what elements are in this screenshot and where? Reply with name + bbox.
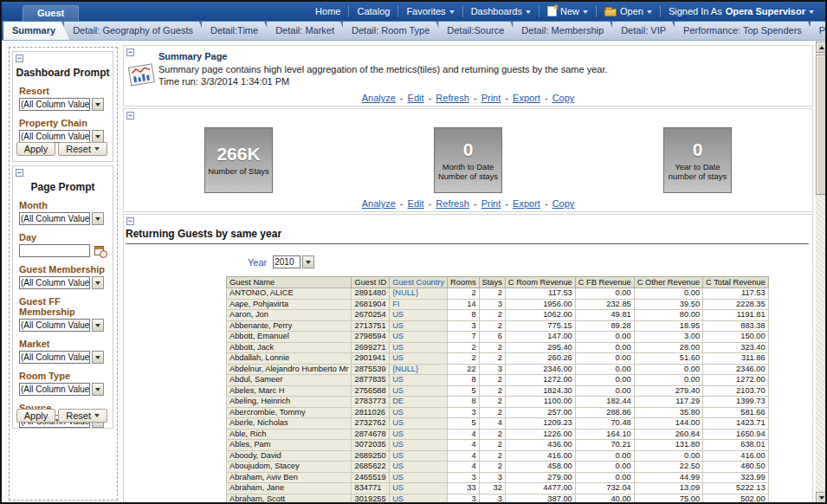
reset-button[interactable]: Reset [58,409,107,423]
chevron-down-icon[interactable] [92,319,104,332]
scroll-down-icon[interactable] [816,492,827,503]
guest-country-cell[interactable]: DE [390,397,448,408]
scrollbar-thumb[interactable] [816,55,827,195]
guest-country-cell[interactable]: US [390,342,448,353]
topnav-item-new[interactable]: New [539,5,596,17]
apply-button[interactable]: Apply [16,409,56,423]
guest-country-cell[interactable]: US [390,375,448,386]
market-select[interactable]: (All Column Value [19,351,90,364]
guest-country-cell[interactable]: US [390,450,448,462]
tab-detail-market[interactable]: Detail: Market [267,22,348,40]
topnav-item-catalog[interactable]: Catalog [348,5,397,17]
cell: 311.86 [703,353,769,365]
reset-button[interactable]: Reset [58,142,107,156]
guest-country-cell[interactable]: US [390,385,448,397]
guest-country-cell[interactable]: US [390,429,448,440]
chevron-down-icon[interactable] [302,255,314,268]
refresh-link[interactable]: Refresh [436,198,469,209]
col-header-c-room-revenue[interactable]: C Room Revenue [505,277,575,288]
scroll-up-icon[interactable] [816,42,827,53]
guest-country-cell[interactable]: {NULL} [390,364,448,375]
analyze-link[interactable]: Analyze [362,198,396,209]
chevron-down-icon[interactable] [92,130,104,143]
collapse-icon[interactable]: − [16,55,23,62]
guest-country-cell[interactable]: US [390,310,448,321]
edit-link[interactable]: Edit [408,93,424,103]
export-link[interactable]: Export [513,93,540,103]
chevron-down-icon[interactable] [92,383,104,396]
cell: 3.00 [634,332,702,343]
analyze-link[interactable]: Analyze [362,93,396,103]
topnav-item-favorites[interactable]: Favorites [397,5,462,17]
chevron-down-icon[interactable] [92,276,104,289]
property-chain-select[interactable]: (All Column Value [19,130,90,143]
guest-country-cell[interactable]: US [390,440,448,451]
resort-select[interactable]: (All Column Value [19,98,90,111]
topnav-item-dashboards[interactable]: Dashboards [462,5,539,17]
print-link[interactable]: Print [481,93,501,103]
col-header-c-fb-revenue[interactable]: C FB Revenue [575,277,634,288]
month-select[interactable]: (All Column Value [19,212,90,225]
col-header-rooms[interactable]: Rooms [448,277,479,288]
chevron-down-icon[interactable] [92,212,104,225]
topnav-item-home[interactable]: Home [307,5,348,17]
tab-summary[interactable]: Summary [3,22,69,40]
col-header-c-other-revenue[interactable]: C Other Revenue [634,277,702,288]
collapse-icon[interactable]: − [126,217,134,225]
year-select[interactable]: 2010 [273,255,314,268]
room-type-select[interactable]: (All Column Value [19,383,90,396]
guest-country-cell[interactable]: US [390,407,448,418]
edit-link[interactable]: Edit [408,198,424,209]
topnav-item-open[interactable]: Open [596,5,660,17]
cell: 32 [479,483,505,494]
collapse-icon[interactable]: − [126,112,134,120]
cell: 0.00 [575,332,634,343]
guest-country-cell[interactable]: US [390,353,448,365]
chevron-down-icon [647,10,652,14]
calendar-icon[interactable] [94,246,104,255]
dashboard-tab-guest[interactable]: Guest [23,5,79,21]
copy-link[interactable]: Copy [552,198,575,209]
tab-detail-time[interactable]: Detail:Time [202,22,272,40]
guest-country-cell[interactable]: FI [390,299,448,310]
apply-button[interactable]: Apply [16,142,56,156]
table-row: Aboujudom, Stacey2685622US42458.000.0022… [227,462,769,473]
cell: 3 [479,364,505,375]
guest-name-cell: Abbenante, Perry [227,320,352,332]
copy-link[interactable]: Copy [552,93,575,103]
tab-performance-top-spenders[interactable]: Performance: Top Spenders [675,22,816,40]
collapse-icon[interactable]: − [126,48,134,56]
tab-detail-membership[interactable]: Detail: Membership [513,22,617,40]
guest-ff-membership-select[interactable]: (All Column Value [19,319,90,332]
cell: 2 [479,375,505,386]
guest-country-cell[interactable]: {NULL} [390,288,448,300]
collapse-icon[interactable]: − [16,169,23,177]
tab-detail-room-type[interactable]: Detail: Room Type [343,22,443,40]
guest-country-cell[interactable]: US [390,494,448,504]
refresh-link[interactable]: Refresh [436,93,469,103]
tab-detail-geography-of-guests[interactable]: Detail: Geography of Guests [64,22,207,40]
print-link[interactable]: Print [481,198,501,209]
col-header-stays[interactable]: Stays [479,277,505,288]
export-link[interactable]: Export [513,198,540,209]
chevron-down-icon[interactable] [92,351,104,364]
col-header-guest-country[interactable]: Guest Country [390,277,448,288]
day-input[interactable] [19,244,90,257]
guest-name-cell: Abbott, Jack [227,342,352,353]
guest-country-cell[interactable]: US [390,418,448,430]
vertical-scrollbar[interactable] [816,42,827,504]
guest-country-cell[interactable]: US [390,320,448,332]
guest-membership-select[interactable]: (All Column Value [19,276,90,289]
guest-country-cell[interactable]: US [390,462,448,473]
col-header-guest-id[interactable]: Guest ID [352,277,390,288]
tab-detail-source[interactable]: Detail:Source [438,22,518,40]
chevron-down-icon[interactable] [92,98,104,111]
guest-country-cell[interactable]: US [390,472,448,483]
guest-country-cell[interactable]: US [390,483,448,494]
tab-detail-vip[interactable]: Detail: VIP [612,22,680,40]
topnav-item-signed-in-as[interactable]: Signed In AsOpera Supervisor [660,5,822,17]
guest-country-cell[interactable]: US [390,332,448,343]
col-header-guest-name[interactable]: Guest Name [227,277,352,288]
col-header-c-total-revenue[interactable]: C Total Revenue [703,277,769,288]
prompt-field-resort: (All Column Value [19,98,113,111]
